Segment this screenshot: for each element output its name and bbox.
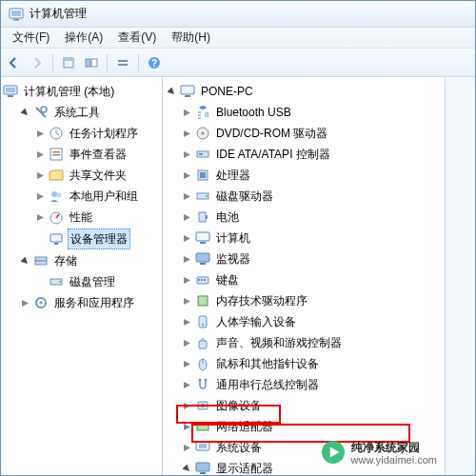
svg-rect-4 [64,58,73,61]
expander-icon[interactable] [165,85,178,98]
category-item[interactable]: 网络适配器 [163,416,445,437]
show-hide-button[interactable] [82,53,101,72]
toolbar-separator [52,54,53,71]
share-icon [49,168,64,183]
performance[interactable]: 性能 [1,207,162,228]
category-icon [195,168,210,183]
expander-icon[interactable] [180,189,193,203]
device-manager-label: 设备管理器 [68,228,130,249]
expander-icon[interactable] [180,336,193,349]
expander-icon[interactable] [180,169,193,182]
properties-button[interactable] [113,53,132,72]
right-root[interactable]: PONE-PC [163,81,445,102]
expander-icon[interactable] [180,231,193,245]
category-item[interactable]: 电池 [163,207,445,228]
toolbar-separator [138,54,139,71]
expander-icon[interactable] [180,441,193,454]
actions-pane-collapsed[interactable] [445,77,475,475]
expander-icon[interactable] [33,127,47,140]
svg-rect-12 [6,88,15,92]
expander-icon[interactable] [18,296,31,309]
svg-rect-23 [54,243,58,245]
expander-icon[interactable] [18,254,31,268]
category-label: DVD/CD-ROM 驱动器 [214,124,329,143]
svg-point-40 [206,195,208,197]
task-scheduler[interactable]: 任务计划程序 [1,123,162,144]
category-item[interactable]: 监视器 [163,248,445,269]
svg-rect-60 [197,425,208,430]
svg-rect-1 [11,10,21,16]
toolbar-separator [107,54,108,71]
group-system-tools[interactable]: 系统工具 [1,102,162,123]
expander-icon[interactable] [180,378,193,391]
computer-icon [180,84,195,99]
shared-folders[interactable]: 共享文件夹 [1,165,162,186]
category-item[interactable]: IDE ATA/ATAPI 控制器 [163,144,445,165]
menu-file[interactable]: 文件(F) [5,28,57,48]
category-item[interactable]: 计算机 [163,228,445,248]
expander-icon[interactable] [33,210,47,224]
category-icon [195,230,210,246]
menu-bar: 文件(F) 操作(A) 查看(V) 帮助(H) [1,28,475,49]
title-bar[interactable]: 计算机管理 [1,1,475,28]
category-label: IDE ATA/ATAPI 控制器 [214,145,332,164]
category-item[interactable]: 声音、视频和游戏控制器 [163,332,445,353]
category-icon [195,419,210,434]
menu-action[interactable]: 操作(A) [57,28,110,48]
local-users[interactable]: 本地用户和组 [1,186,162,207]
svg-rect-30 [181,86,194,94]
left-tree-pane[interactable]: 计算机管理 (本地) 系统工具 任务计划程序 事件查看器 共享文件夹 本地用户和… [1,77,163,475]
category-label: 图像设备 [214,396,264,415]
up-button[interactable] [59,53,78,72]
category-item[interactable]: 内存技术驱动程序 [163,290,445,311]
category-icon [195,293,210,308]
menu-help[interactable]: 帮助(H) [164,28,218,48]
group-services[interactable]: 服务和应用程序 [1,292,162,313]
expander-icon[interactable] [180,148,193,161]
expander-icon[interactable] [180,315,193,328]
expander-icon[interactable] [180,462,193,475]
category-item[interactable]: BBluetooth USB [163,102,445,123]
category-item[interactable]: 鼠标和其他指针设备 [163,353,445,374]
help-button[interactable]: ? [145,53,164,72]
expander-icon[interactable] [180,127,193,140]
category-item[interactable]: 磁盘驱动器 [163,186,445,207]
device-manager[interactable]: 设备管理器 [1,228,162,250]
disk-management[interactable]: 磁盘管理 [1,271,162,292]
category-item[interactable]: 通用串行总线控制器 [163,374,445,395]
category-icon [195,398,210,413]
right-tree-pane[interactable]: PONE-PC BBluetooth USBDVD/CD-ROM 驱动器IDE … [163,77,445,475]
forward-button[interactable] [28,53,47,72]
expander-icon[interactable] [180,106,193,119]
svg-rect-45 [196,253,209,262]
category-icon [195,377,210,392]
menu-view[interactable]: 查看(V) [110,28,164,48]
expander-icon[interactable] [33,169,47,182]
expander-icon[interactable] [180,273,193,287]
expander-icon[interactable] [33,148,47,161]
event-viewer[interactable]: 事件查看器 [1,144,162,165]
category-item[interactable]: 图像设备 [163,395,445,416]
svg-rect-18 [52,154,60,156]
svg-rect-43 [196,232,209,241]
expander-icon[interactable] [33,189,47,203]
watermark-brand: 纯净系统家园 [351,442,437,454]
category-label: 人体学输入设备 [214,312,298,331]
expander-icon[interactable] [180,252,193,266]
task-scheduler-label: 任务计划程序 [68,124,140,143]
expander-icon[interactable] [180,399,193,412]
expander-icon[interactable] [180,294,193,307]
back-button[interactable] [5,53,24,72]
category-item[interactable]: 键盘 [163,269,445,290]
expander-icon[interactable] [180,357,193,370]
watermark: 纯净系统家园 www.yidaimei.com [321,440,437,467]
expander-icon[interactable] [18,106,31,119]
category-icon [195,440,210,455]
category-item[interactable]: DVD/CD-ROM 驱动器 [163,123,445,144]
group-storage[interactable]: 存储 [1,250,162,271]
category-item[interactable]: 处理器 [163,165,445,186]
expander-icon[interactable] [180,210,193,224]
category-item[interactable]: 人体学输入设备 [163,311,445,332]
expander-icon[interactable] [180,420,193,433]
left-root[interactable]: 计算机管理 (本地) [1,81,162,102]
